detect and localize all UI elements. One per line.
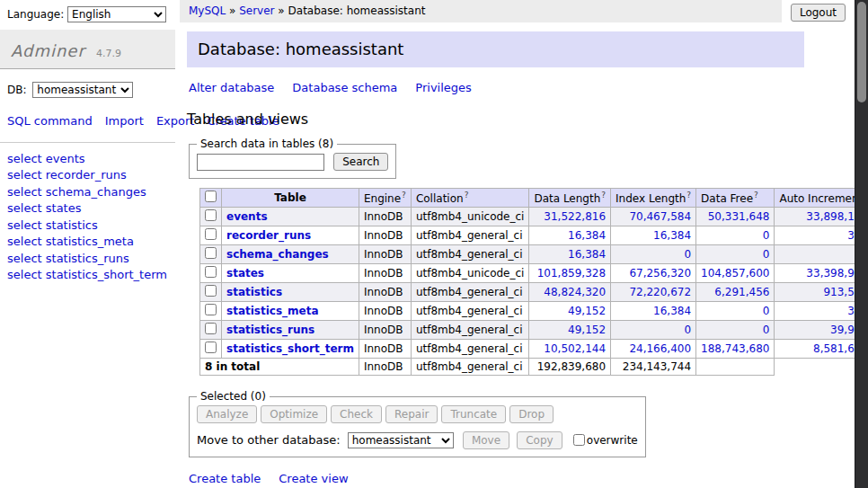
data-free-link[interactable]: 0 bbox=[763, 305, 770, 317]
data-length-link[interactable]: 101,859,328 bbox=[537, 267, 606, 279]
table-name-link[interactable]: schema_changes bbox=[226, 248, 329, 261]
table-name-link[interactable]: statistics_runs bbox=[226, 324, 314, 336]
sidebar-link-import[interactable]: Import bbox=[105, 114, 144, 128]
breadcrumb-link-server[interactable]: Server bbox=[239, 4, 274, 17]
table-name-link[interactable]: events bbox=[226, 210, 268, 223]
scrollbar-thumb[interactable] bbox=[857, 2, 866, 102]
row-checkbox[interactable] bbox=[205, 228, 217, 240]
data-length-link[interactable]: 10,502,144 bbox=[544, 342, 606, 355]
index-length-link[interactable]: 16,384 bbox=[653, 305, 691, 317]
create-link-create-view[interactable]: Create view bbox=[279, 472, 348, 485]
cell-table-name: statistics_meta bbox=[222, 302, 359, 321]
data-length-link[interactable]: 49,152 bbox=[568, 324, 606, 336]
select-all-header-cell bbox=[200, 189, 222, 208]
sidebar-item-select-statistics-short-term[interactable]: select statistics_short_term bbox=[7, 267, 168, 283]
sidebar-item-select-statistics-runs[interactable]: select statistics_runs bbox=[7, 251, 168, 267]
table-name-link[interactable]: statistics_short_term bbox=[226, 342, 354, 355]
move-button[interactable]: Move bbox=[463, 431, 509, 449]
row-checkbox[interactable] bbox=[205, 285, 217, 297]
row-checkbox[interactable] bbox=[205, 342, 217, 353]
data-free-link[interactable]: 0 bbox=[763, 324, 770, 336]
data-free-link[interactable]: 0 bbox=[763, 248, 770, 261]
row-checkbox[interactable] bbox=[205, 323, 217, 334]
overwrite-label: overwrite bbox=[587, 434, 638, 447]
row-checkbox[interactable] bbox=[205, 304, 217, 315]
data-free-link[interactable]: 188,743,680 bbox=[701, 342, 769, 355]
cell-data-length: 10,502,144 bbox=[529, 340, 611, 359]
table-name-link[interactable]: recorder_runs bbox=[226, 229, 311, 242]
total-index-length-cell: 234,143,744 bbox=[611, 359, 696, 376]
cell-collation: utf8mb4_general_ci bbox=[411, 245, 529, 264]
table-row: statistics_short_termInnoDButf8mb4_gener… bbox=[200, 340, 868, 359]
index-length-link[interactable]: 0 bbox=[684, 248, 691, 261]
table-row: statistics_metaInnoDButf8mb4_general_ci4… bbox=[200, 302, 868, 321]
sidebar-table-links: select eventsselect recorder_runsselect … bbox=[0, 142, 175, 292]
language-select[interactable]: English bbox=[67, 6, 166, 22]
row-select-cell bbox=[200, 264, 222, 283]
row-select-cell bbox=[200, 321, 222, 340]
data-length-link[interactable]: 31,522,816 bbox=[544, 210, 606, 223]
sidebar-item-select-schema-changes[interactable]: select schema_changes bbox=[7, 184, 168, 200]
action-link-alter-database[interactable]: Alter database bbox=[189, 81, 274, 94]
search-legend: Search data in tables (8) bbox=[197, 138, 337, 150]
table-name-link[interactable]: states bbox=[226, 267, 264, 279]
sidebar-item-select-statistics-meta[interactable]: select statistics_meta bbox=[7, 234, 168, 250]
total-data-free-cell bbox=[696, 359, 775, 376]
data-free-link[interactable]: 104,857,600 bbox=[701, 267, 769, 279]
index-length-link[interactable]: 70,467,584 bbox=[629, 210, 691, 223]
table-name-link[interactable]: statistics_meta bbox=[226, 305, 319, 317]
index-length-link[interactable]: 24,166,400 bbox=[629, 342, 691, 355]
data-free-link[interactable]: 50,331,648 bbox=[708, 210, 770, 223]
breadcrumb-link-mysql[interactable]: MySQL bbox=[189, 4, 226, 17]
data-length-link[interactable]: 48,824,320 bbox=[544, 286, 606, 298]
move-db-select[interactable]: homeassistant bbox=[348, 432, 454, 448]
cell-data-free: 50,331,648 bbox=[696, 208, 775, 226]
data-length-link[interactable]: 16,384 bbox=[568, 248, 606, 261]
overwrite-checkbox[interactable] bbox=[573, 434, 585, 446]
sidebar-item-select-states[interactable]: select states bbox=[7, 200, 168, 217]
create-link-create-table[interactable]: Create table bbox=[189, 472, 261, 485]
table-name-link[interactable]: statistics bbox=[226, 286, 282, 298]
row-checkbox[interactable] bbox=[205, 266, 217, 278]
search-input[interactable] bbox=[197, 154, 324, 171]
copy-button[interactable]: Copy bbox=[517, 431, 562, 449]
action-link-database-schema[interactable]: Database schema bbox=[292, 81, 397, 94]
logout-button[interactable]: Logout bbox=[791, 4, 846, 22]
app-version: 4.7.9 bbox=[96, 48, 121, 59]
index-length-link[interactable]: 16,384 bbox=[653, 229, 691, 242]
action-link-privileges[interactable]: Privileges bbox=[415, 81, 472, 94]
analyze-button[interactable]: Analyze bbox=[197, 405, 257, 423]
check-button[interactable]: Check bbox=[331, 405, 382, 423]
data-length-link[interactable]: 16,384 bbox=[568, 229, 606, 242]
search-button[interactable]: Search bbox=[333, 153, 388, 171]
data-free-link[interactable]: 0 bbox=[763, 229, 770, 242]
row-checkbox[interactable] bbox=[205, 247, 217, 259]
selected-buttons-row: AnalyzeOptimizeCheckRepairTruncateDrop bbox=[197, 405, 638, 423]
truncate-button[interactable]: Truncate bbox=[441, 405, 506, 423]
scrollbar[interactable] bbox=[855, 0, 868, 488]
index-length-link[interactable]: 67,256,320 bbox=[629, 267, 691, 279]
drop-button[interactable]: Drop bbox=[509, 405, 554, 423]
table-row: statistics_runsInnoDButf8mb4_general_ci4… bbox=[200, 321, 868, 340]
repair-button[interactable]: Repair bbox=[385, 405, 438, 423]
help-icon[interactable]: ? bbox=[754, 191, 758, 200]
sidebar-link-sql-command[interactable]: SQL command bbox=[7, 114, 93, 128]
sidebar-item-select-events[interactable]: select events bbox=[7, 151, 168, 167]
index-length-link[interactable]: 0 bbox=[684, 324, 691, 336]
cell-table-name: statistics bbox=[222, 283, 359, 302]
page-title: Database: homeassistant bbox=[187, 31, 804, 67]
select-all-checkbox[interactable] bbox=[205, 191, 217, 202]
row-checkbox[interactable] bbox=[205, 209, 217, 221]
help-icon[interactable]: ? bbox=[465, 191, 469, 200]
data-free-link[interactable]: 6,291,456 bbox=[714, 286, 769, 298]
optimize-button[interactable]: Optimize bbox=[261, 405, 327, 423]
sidebar-item-select-recorder-runs[interactable]: select recorder_runs bbox=[7, 167, 168, 183]
help-icon[interactable]: ? bbox=[601, 191, 606, 200]
db-select[interactable]: homeassistant bbox=[32, 82, 133, 98]
help-icon[interactable]: ? bbox=[402, 191, 406, 200]
selected-legend: Selected (0) bbox=[197, 390, 270, 403]
data-length-link[interactable]: 49,152 bbox=[568, 305, 606, 317]
index-length-link[interactable]: 72,220,672 bbox=[629, 286, 691, 298]
sidebar-item-select-statistics[interactable]: select statistics bbox=[7, 217, 168, 234]
help-icon[interactable]: ? bbox=[686, 191, 691, 200]
